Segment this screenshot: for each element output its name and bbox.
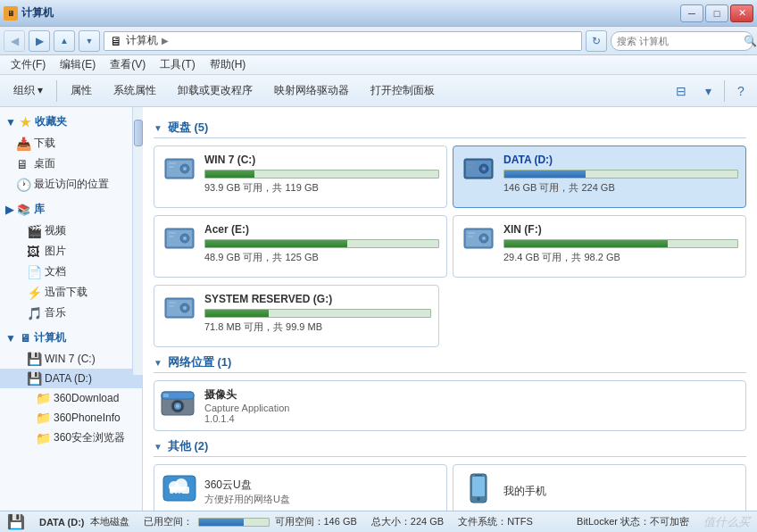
menubar: 文件(F) 编辑(E) 查看(V) 工具(T) 帮助(H) — [0, 55, 757, 75]
triangle-down-icon: ▼ — [5, 116, 16, 129]
map-drive-button[interactable]: 映射网络驱动器 — [264, 79, 359, 104]
sidebar-item-recent[interactable]: 🕐 最近访问的位置 — [0, 174, 142, 195]
address-path[interactable]: 🖥 计算机 ▶ — [104, 31, 582, 51]
sidebar-item-c-drive[interactable]: 💾 WIN 7 (C:) — [0, 349, 142, 369]
status-free-label: 可用空间：146 GB — [275, 515, 357, 528]
triangle-right-icon: ▶ — [5, 204, 13, 216]
help-button[interactable]: ? — [728, 79, 753, 104]
titlebar-controls: ─ □ ✕ — [680, 4, 753, 22]
menu-file[interactable]: 文件(F) — [4, 55, 53, 74]
camera-desc1: Capture Application — [204, 403, 289, 413]
d-disk-icon — [461, 154, 496, 188]
cloud-desc: 方便好用的网络U盘 — [204, 493, 290, 506]
separator-1 — [56, 80, 57, 102]
sidebar-item-documents[interactable]: 📄 文档 — [0, 262, 142, 282]
sidebar-item-360phone[interactable]: 📁 360PhoneInfo — [0, 408, 142, 428]
documents-icon: 📄 — [27, 265, 41, 279]
sidebar-item-d-drive[interactable]: 💾 DATA (D:) — [0, 369, 142, 388]
drive-item-d[interactable]: DATA (D:) 146 GB 可用，共 224 GB — [453, 145, 746, 208]
refresh-button[interactable]: ↻ — [586, 30, 607, 52]
sidebar-scrollbar[interactable] — [132, 107, 143, 375]
sidebar-item-desktop[interactable]: 🖥 桌面 — [0, 154, 142, 174]
folder-browser-icon: 📁 — [36, 431, 50, 445]
f-disk-icon — [461, 223, 496, 258]
properties-button[interactable]: 属性 — [61, 79, 102, 104]
status-used-info: 已用空间： 可用空间：146 GB — [144, 515, 357, 528]
control-panel-button[interactable]: 打开控制面板 — [361, 79, 445, 104]
recent-button[interactable]: ▼ — [79, 30, 100, 52]
forward-button[interactable]: ▶ — [29, 30, 50, 52]
menu-view[interactable]: 查看(V) — [103, 55, 153, 74]
view-toggle-button[interactable]: ▾ — [695, 79, 720, 104]
sidebar-item-download[interactable]: 📥 下载 — [0, 133, 142, 154]
path-separator: ▶ — [162, 36, 169, 46]
c-drive-name: WIN 7 (C:) — [204, 154, 439, 166]
d-drive-progress-bg — [503, 170, 738, 179]
svg-rect-22 — [468, 232, 475, 234]
addressbar: ◀ ▶ ▲ ▼ 🖥 计算机 ▶ ↻ 🔍 — [0, 27, 757, 55]
drive-grid-row2: Acer (E:) 48.9 GB 可用，共 125 GB — [154, 215, 746, 278]
sidebar-scrollbar-thumb[interactable] — [134, 120, 143, 146]
other-grid: 360 360云U盘 方便好用的网络U盘 — [154, 464, 746, 511]
uninstall-button[interactable]: 卸载或更改程序 — [168, 79, 262, 104]
statusbar: 💾 DATA (D:) 本地磁盘 已用空间： 可用空间：146 GB 总大小：2… — [0, 511, 757, 532]
minimize-button[interactable]: ─ — [680, 4, 703, 22]
menu-tools[interactable]: 工具(T) — [153, 55, 202, 74]
svg-rect-44 — [475, 475, 482, 476]
search-input[interactable] — [617, 36, 740, 46]
drive-item-f[interactable]: XIN (F:) 29.4 GB 可用，共 98.2 GB — [453, 215, 746, 278]
drive-item-g-inner: SYSTEM RESERVED (G:) 71.8 MB 可用，共 99.9 M… — [162, 293, 431, 334]
svg-rect-35 — [163, 394, 169, 397]
360phone-label: 360PhoneInfo — [54, 411, 121, 424]
sidebar-item-thunder[interactable]: ⚡ 迅雷下载 — [0, 282, 142, 303]
other-item-360cloud[interactable]: 360 360云U盘 方便好用的网络U盘 — [154, 464, 447, 511]
sidebar-item-360browser[interactable]: 📁 360安全浏览器 — [0, 428, 142, 448]
network-item-camera[interactable]: 摄像头 Capture Application 1.0.1.4 — [154, 380, 746, 431]
c-disk-icon — [162, 154, 197, 188]
titlebar-left: 🖥 计算机 — [4, 5, 54, 21]
drive-item-e[interactable]: Acer (E:) 48.9 GB 可用，共 125 GB — [154, 215, 447, 278]
content: ▼ 硬盘 (5) — [143, 107, 757, 511]
svg-rect-5 — [169, 166, 174, 168]
search-box[interactable]: 🔍 — [611, 31, 753, 51]
cloud-info: 360云U盘 方便好用的网络U盘 — [204, 478, 290, 506]
up-button[interactable]: ▲ — [54, 30, 75, 52]
sidebar-item-video[interactable]: 🎬 视频 — [0, 220, 142, 241]
separator-2 — [724, 80, 725, 102]
other-item-phone[interactable]: 我的手机 — [453, 464, 746, 511]
360browser-label: 360安全浏览器 — [54, 430, 125, 445]
network-header: ▼ 网络位置 (1) — [154, 354, 746, 373]
drive-item-g[interactable]: SYSTEM RESERVED (G:) 71.8 MB 可用，共 99.9 M… — [154, 285, 439, 347]
d-drive-name: DATA (D:) — [503, 154, 738, 166]
d-drive-info: DATA (D:) 146 GB 可用，共 224 GB — [503, 154, 738, 195]
menu-edit[interactable]: 编辑(E) — [53, 55, 103, 74]
g-disk-icon — [162, 293, 197, 328]
e-drive-name: Acer (E:) — [204, 223, 439, 236]
back-button[interactable]: ◀ — [4, 30, 25, 52]
library-label: 库 — [34, 202, 45, 217]
drive-item-c[interactable]: WIN 7 (C:) 93.9 GB 可用，共 119 GB — [154, 145, 447, 208]
sidebar-item-360download[interactable]: 📁 360Download — [0, 388, 142, 408]
view-button[interactable]: ⊟ — [669, 79, 694, 104]
sidebar-computer-header[interactable]: ▼ 🖥 计算机 — [0, 327, 142, 349]
search-icon[interactable]: 🔍 — [744, 35, 757, 47]
status-drive-name: DATA (D:) — [39, 517, 85, 528]
drive-item-d-inner: DATA (D:) 146 GB 可用，共 224 GB — [461, 154, 738, 195]
phone-name: 我的手机 — [503, 484, 546, 499]
close-button[interactable]: ✕ — [730, 4, 753, 22]
system-properties-button[interactable]: 系统属性 — [104, 79, 166, 104]
organize-button[interactable]: 组织 ▾ — [4, 79, 53, 104]
sidebar-item-music[interactable]: 🎵 音乐 — [0, 303, 142, 323]
sidebar-item-pictures[interactable]: 🖼 图片 — [0, 241, 142, 262]
sidebar-favorites-header[interactable]: ▼ ★ 收藏夹 — [0, 111, 142, 133]
cloud-icon: 360 — [162, 472, 197, 511]
hard-disks-triangle: ▼ — [154, 123, 162, 133]
sidebar-library-header[interactable]: ▶ 📚 库 — [0, 198, 142, 220]
folder-icon: 📥 — [16, 137, 30, 151]
d-drive-progress — [504, 170, 586, 178]
maximize-button[interactable]: □ — [705, 4, 728, 22]
documents-label: 文档 — [45, 264, 66, 279]
status-progress-bar — [198, 518, 270, 527]
menu-help[interactable]: 帮助(H) — [203, 55, 254, 74]
c-drive-progress-bg — [204, 170, 439, 179]
